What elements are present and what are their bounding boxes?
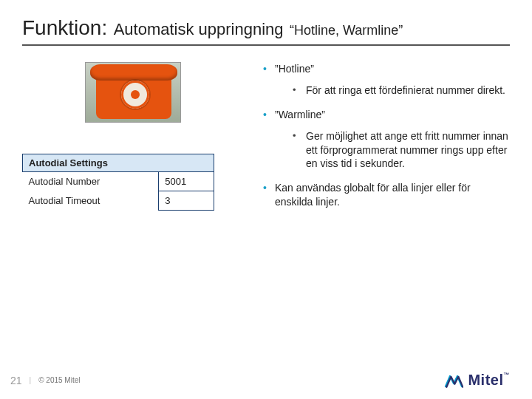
rotary-phone-icon xyxy=(85,62,181,123)
title-sub1: Automatisk uppringning xyxy=(114,20,284,38)
footer-left: 21 | © 2015 Mitel xyxy=(10,375,80,386)
right-column: ”Hotline” För att ringa ett fördefiniera… xyxy=(263,62,510,219)
bullet-item: ”Warmline” Ger möjlighet att ange ett fr… xyxy=(263,108,510,171)
trademark-icon: ™ xyxy=(504,372,511,378)
sub-bullet-item: För att ringa ett fördefinierat nummer d… xyxy=(293,83,510,98)
sub-bullet-text: Ger möjlighet att ange ett fritt nummer … xyxy=(306,130,508,170)
left-column: Autodial Settings Autodial Number 5001 A… xyxy=(22,62,244,219)
settings-header: Autodial Settings xyxy=(23,154,214,172)
sub-bullet-list: För att ringa ett fördefinierat nummer d… xyxy=(275,83,510,98)
content: Autodial Settings Autodial Number 5001 A… xyxy=(22,62,510,219)
settings-value: 3 xyxy=(159,191,214,211)
bullet-item: ”Hotline” För att ringa ett fördefiniera… xyxy=(263,62,510,98)
brand-name: Mitel™ xyxy=(468,372,510,389)
bullet-text: ”Warmline” xyxy=(275,109,325,120)
phone-image-wrap xyxy=(22,62,244,123)
settings-label: Autodial Timeout xyxy=(23,191,159,211)
brand-logo: Mitel™ xyxy=(444,372,510,389)
bullet-text: Kan användas globalt för alla linjer ell… xyxy=(275,182,471,208)
page-number: 21 xyxy=(10,375,22,386)
slide: Funktion: Automatisk uppringning “Hotlin… xyxy=(0,0,532,399)
title-main: Funktion: xyxy=(22,16,107,39)
title-sub2: “Hotline, Warmline” xyxy=(290,23,403,38)
bullet-list: ”Hotline” För att ringa ett fördefiniera… xyxy=(263,62,510,209)
title-row: Funktion: Automatisk uppringning “Hotlin… xyxy=(22,16,510,46)
table-row: Autodial Number 5001 xyxy=(23,172,214,191)
settings-value: 5001 xyxy=(159,172,214,191)
settings-label: Autodial Number xyxy=(23,172,159,191)
bullet-item: Kan användas globalt för alla linjer ell… xyxy=(263,181,510,209)
sub-bullet-item: Ger möjlighet att ange ett fritt nummer … xyxy=(293,129,510,171)
footer: 21 | © 2015 Mitel Mitel™ xyxy=(0,372,532,389)
sub-bullet-list: Ger möjlighet att ange ett fritt nummer … xyxy=(275,129,510,171)
copyright-text: © 2015 Mitel xyxy=(38,376,80,384)
sub-bullet-text: För att ringa ett fördefinierat nummer d… xyxy=(306,84,505,96)
bullet-text: ”Hotline” xyxy=(275,63,314,75)
autodial-settings-table: Autodial Settings Autodial Number 5001 A… xyxy=(22,154,214,211)
mitel-logo-icon xyxy=(444,373,463,388)
table-row: Autodial Timeout 3 xyxy=(23,191,214,211)
footer-separator: | xyxy=(30,376,32,384)
